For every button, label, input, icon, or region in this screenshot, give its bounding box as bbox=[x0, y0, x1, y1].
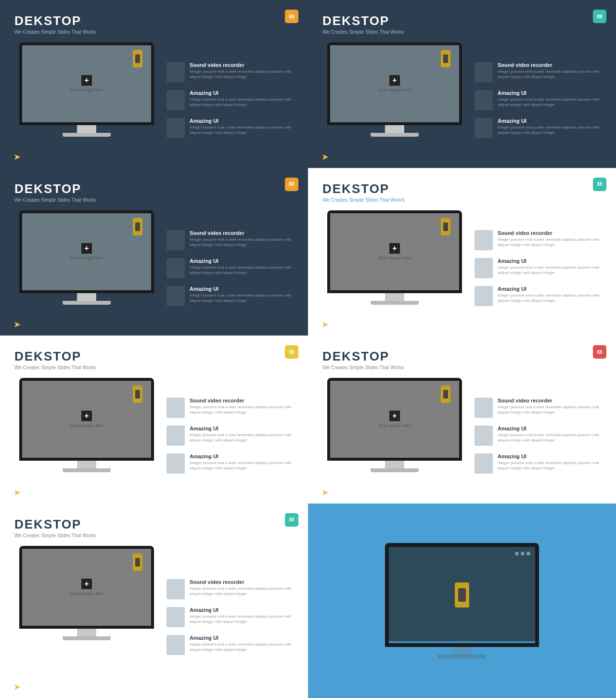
feature-desc-7-1: Integer posuere erat a ante venenatis da… bbox=[190, 614, 294, 624]
monitor-screen-4: + Drop Image Here bbox=[330, 213, 459, 290]
slide-content-6: + Drop Image Here Sound video recorder I… bbox=[322, 378, 602, 494]
drop-plus-5: + bbox=[81, 411, 92, 421]
monitor-phone-4 bbox=[441, 218, 450, 235]
feature-icon-7-0 bbox=[167, 579, 185, 599]
slide-6: DEKSTOP We Creates Simple Slides That Wo… bbox=[308, 336, 616, 504]
slide-subtitle-1: We Creates Simple Slides That Works bbox=[14, 29, 294, 35]
slide-header-6: DEKSTOP We Creates Simple Slides That Wo… bbox=[322, 349, 602, 370]
feature-list-6: Sound video recorder Integer posuere era… bbox=[475, 378, 602, 494]
drop-text-1: Drop Image Here bbox=[70, 88, 103, 92]
monitor-base-bottom-3 bbox=[63, 301, 111, 305]
monitor-5: + Drop Image Here bbox=[19, 378, 154, 461]
feature-desc-2-1: Integer posuere erat a ante venenatis da… bbox=[498, 97, 602, 107]
slide-subtitle-4: We Creates Simple Slides That WorkS bbox=[322, 197, 602, 203]
slide-header-2: DEKSTOP We Creates Simple Slides That Wo… bbox=[322, 13, 602, 35]
drop-plus-7: + bbox=[81, 579, 92, 589]
blue-panel-inner bbox=[308, 504, 616, 698]
feature-text-7-2: Amazing UI Integer posuere erat a ante v… bbox=[190, 635, 294, 652]
monitor-base-top-2 bbox=[385, 125, 404, 133]
blue-monitor-wrap bbox=[385, 543, 539, 659]
divider-line bbox=[389, 641, 535, 643]
monitor-base-top-3 bbox=[77, 293, 96, 301]
feature-list-4: Sound video recorder Integer posuere era… bbox=[475, 210, 602, 326]
feature-title-2-2: Amazing UI bbox=[498, 118, 602, 124]
slide-indicator-2: ➤ bbox=[321, 152, 329, 162]
feature-icon-5-0 bbox=[167, 398, 185, 418]
monitor-base-top-1 bbox=[77, 125, 96, 133]
feature-desc-6-1: Integer posuere erat a ante venenatis da… bbox=[498, 432, 602, 443]
feature-title-1-0: Sound video recorder bbox=[190, 62, 294, 68]
feature-desc-1-2: Integer posuere erat a ante venenatis da… bbox=[190, 125, 294, 135]
slide-indicator-6: ➤ bbox=[321, 487, 329, 498]
feature-title-7-2: Amazing UI bbox=[190, 635, 294, 641]
slide-header-5: DEKSTOP We Creates Simple Slides That Wo… bbox=[14, 349, 294, 370]
feature-text-4-2: Amazing UI Integer posuere erat a ante v… bbox=[498, 286, 602, 303]
blue-base-bottom bbox=[438, 655, 486, 659]
feature-title-2-0: Sound video recorder bbox=[498, 62, 602, 68]
slide-header-7: DEKSTOP We Creates Simple Slides That Wo… bbox=[14, 517, 294, 538]
monitor-base-bottom-6 bbox=[371, 468, 419, 472]
feature-text-2-1: Amazing UI Integer posuere erat a ante v… bbox=[498, 90, 602, 107]
feature-title-5-0: Sound video recorder bbox=[190, 398, 294, 403]
feature-icon-6-0 bbox=[475, 398, 493, 418]
feature-icon-3-2 bbox=[167, 286, 185, 306]
slide-content-4: + Drop Image Here Sound video recorder I… bbox=[322, 210, 602, 326]
monitor-footer-5 bbox=[63, 461, 111, 472]
monitor-wrap-4: + Drop Image Here bbox=[322, 210, 467, 326]
monitor-base-bottom-1 bbox=[63, 133, 111, 137]
monitor-footer-4 bbox=[371, 293, 419, 305]
slide-8 bbox=[308, 504, 616, 698]
feature-text-6-0: Sound video recorder Integer posuere era… bbox=[498, 398, 602, 415]
feature-desc-4-2: Integer posuere erat a ante venenatis da… bbox=[498, 293, 602, 303]
feature-text-1-2: Amazing UI Integer posuere erat a ante v… bbox=[190, 118, 294, 135]
feature-desc-6-0: Integer posuere erat a ante venenatis da… bbox=[498, 404, 602, 415]
monitor-base-bottom-5 bbox=[63, 468, 111, 472]
feature-text-6-2: Amazing UI Integer posuere erat a ante v… bbox=[498, 453, 602, 471]
feature-item-1-1: Amazing UI Integer posuere erat a ante v… bbox=[167, 90, 294, 110]
feature-title-5-2: Amazing UI bbox=[190, 453, 294, 459]
feature-item-5-0: Sound video recorder Integer posuere era… bbox=[167, 398, 294, 418]
slide-indicator-7: ➤ bbox=[13, 682, 21, 692]
feature-text-4-0: Sound video recorder Integer posuere era… bbox=[498, 230, 602, 247]
slide-content-7: + Drop Image Here Sound video recorder I… bbox=[14, 546, 294, 689]
feature-list-2: Sound video recorder Integer posuere era… bbox=[475, 42, 602, 158]
feature-text-3-2: Amazing UI Integer posuere erat a ante v… bbox=[190, 286, 294, 303]
feature-desc-6-2: Integer posuere erat a ante venenatis da… bbox=[498, 460, 602, 471]
feature-desc-4-1: Integer posuere erat a ante venenatis da… bbox=[498, 265, 602, 275]
drop-plus-3: + bbox=[81, 243, 92, 254]
feature-item-6-2: Amazing UI Integer posuere erat a ante v… bbox=[475, 453, 602, 474]
feature-title-5-1: Amazing UI bbox=[190, 426, 294, 431]
feature-item-6-0: Sound video recorder Integer posuere era… bbox=[475, 398, 602, 418]
drop-text-5: Drop Image Here bbox=[70, 423, 103, 428]
monitor-base-top-6 bbox=[385, 461, 404, 468]
feature-text-7-0: Sound video recorder Integer posuere era… bbox=[190, 579, 294, 596]
feature-text-1-0: Sound video recorder Integer posuere era… bbox=[190, 62, 294, 79]
feature-title-4-1: Amazing UI bbox=[498, 258, 602, 264]
monitor-wrap-2: + Drop Image Here bbox=[322, 42, 467, 158]
feature-item-5-1: Amazing UI Integer posuere erat a ante v… bbox=[167, 426, 294, 446]
feature-title-7-1: Amazing UI bbox=[190, 607, 294, 613]
monitor-base-bottom-7 bbox=[63, 636, 111, 640]
badge-1: 88 bbox=[285, 10, 298, 23]
feature-desc-5-0: Integer posuere erat a ante venenatis da… bbox=[190, 404, 294, 415]
slide-title-3: DEKSTOP bbox=[14, 181, 294, 196]
feature-icon-3-0 bbox=[167, 230, 185, 250]
monitor-4: + Drop Image Here bbox=[327, 210, 462, 293]
feature-desc-7-2: Integer posuere erat a ante venenatis da… bbox=[190, 642, 294, 652]
monitor-7: + Drop Image Here bbox=[19, 546, 154, 629]
monitor-screen-5: + Drop Image Here bbox=[22, 381, 151, 458]
slide-title-6: DEKSTOP bbox=[322, 349, 602, 364]
slide-subtitle-3: We Creates Simple Slides That Works bbox=[14, 197, 294, 203]
monitor-base-bottom-4 bbox=[371, 301, 419, 305]
blue-monitor bbox=[385, 543, 539, 647]
drop-area-4: + Drop Image Here bbox=[378, 243, 411, 260]
feature-item-5-2: Amazing UI Integer posuere erat a ante v… bbox=[167, 453, 294, 474]
slide-indicator-5: ➤ bbox=[13, 487, 21, 498]
monitor-wrap-6: + Drop Image Here bbox=[322, 378, 467, 494]
monitor-footer-2 bbox=[371, 125, 419, 137]
blue-dot-3 bbox=[526, 552, 530, 556]
monitor-2: + Drop Image Here bbox=[327, 42, 462, 125]
blue-dot-2 bbox=[521, 552, 525, 556]
feature-icon-1-0 bbox=[167, 62, 185, 82]
feature-icon-7-2 bbox=[167, 635, 185, 655]
